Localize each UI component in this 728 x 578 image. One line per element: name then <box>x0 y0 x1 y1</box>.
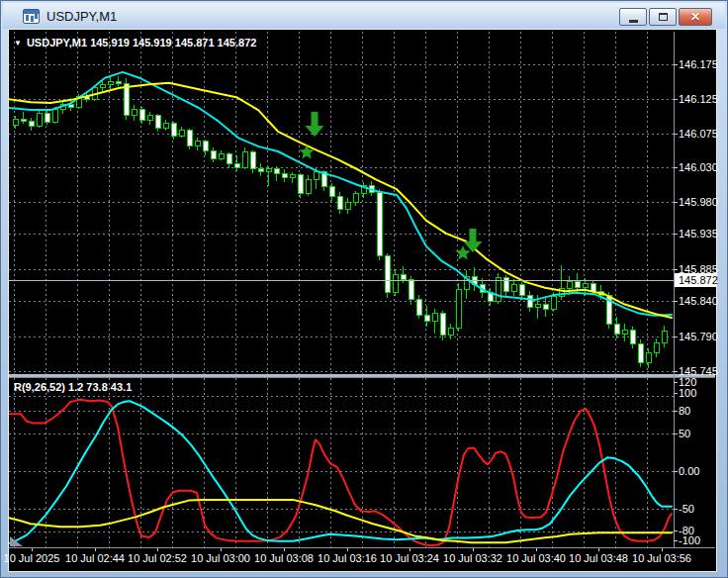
minimize-button[interactable] <box>619 8 647 26</box>
axis-ticks <box>33 65 679 552</box>
header-close: 145.872 <box>218 37 257 48</box>
indicator-pane[interactable] <box>9 378 674 547</box>
price-axis-label: 145.935 <box>679 228 718 240</box>
symbol-dropdown-icon[interactable]: ▼ <box>14 39 22 48</box>
time-axis-label: 10 Jul 02:52 <box>128 552 187 564</box>
header-high: 145.919 <box>133 37 172 48</box>
header-open: 145.919 <box>90 37 130 48</box>
close-button[interactable]: ✕ <box>679 8 712 26</box>
header-symbol: USDJPY,M1 <box>27 37 87 48</box>
chart-window-icon <box>23 9 40 24</box>
header-low: 145.871 <box>175 37 215 48</box>
price-axis-label: 146.125 <box>679 93 718 105</box>
time-axis-label: 10 Jul 2025 <box>4 552 60 564</box>
star-icon-2 <box>455 245 470 260</box>
chart-plot[interactable] <box>9 30 716 571</box>
window-titlebar[interactable]: USDJPY,M1 ✕ <box>3 3 725 29</box>
indicator-yellow-line <box>9 500 672 542</box>
time-axis-label: 10 Jul 03:48 <box>569 552 628 564</box>
current-price-box: 145.872 <box>675 273 716 287</box>
maximize-icon <box>659 13 668 21</box>
sell-arrow-icon-1 <box>306 112 324 137</box>
chart-client-area[interactable] <box>8 29 717 572</box>
minimize-icon <box>629 20 638 23</box>
indicator-axis-label: 80 <box>679 405 690 417</box>
time-axis-label: 10 Jul 03:40 <box>506 552 566 564</box>
indicator-axis-label: -100 <box>679 534 700 546</box>
price-axis-label: 145.840 <box>679 295 718 307</box>
indicator-axis-label: 100 <box>679 387 696 399</box>
time-axis-label: 10 Jul 02:44 <box>65 552 125 564</box>
maximize-button[interactable] <box>649 8 677 26</box>
pane-divider[interactable] <box>9 374 715 377</box>
price-axis-label: 145.980 <box>679 196 718 208</box>
mt4-chart-window: USDJPY,M1 ✕ ▼USDJPY,M1 145.919 145.919 1… <box>0 0 728 578</box>
time-axis-label: 10 Jul 03:56 <box>632 552 691 564</box>
time-axis-label: 10 Jul 03:24 <box>380 552 439 564</box>
price-axis-label: 146.030 <box>679 161 718 173</box>
time-axis-label: 10 Jul 03:08 <box>254 552 314 564</box>
main-chart-pane[interactable] <box>9 32 674 375</box>
indicator-axis-label: 0.00 <box>679 465 699 477</box>
indicator-axis-label: -50 <box>679 503 694 515</box>
chart-ohlc-header: ▼USDJPY,M1 145.919 145.919 145.871 145.8… <box>14 37 256 48</box>
close-icon: ✕ <box>690 11 700 23</box>
price-axis-label: 146.075 <box>679 128 718 140</box>
price-axis-label: 146.175 <box>679 58 718 70</box>
candles <box>13 76 667 368</box>
time-axis-label: 10 Jul 03:16 <box>318 552 377 564</box>
time-axis-label: 10 Jul 03:32 <box>443 552 502 564</box>
indicator-label: R(9,26,52) 1.2 73.8 43.1 <box>14 381 132 393</box>
window-title: USDJPY,M1 <box>46 9 117 24</box>
price-axis-label: 145.790 <box>679 331 718 342</box>
time-axis-label: 10 Jul 03:00 <box>191 552 250 564</box>
star-icon-1 <box>299 144 314 159</box>
price-axis-label: 145.885 <box>679 263 718 275</box>
indicator-axis-label: 50 <box>679 428 690 439</box>
